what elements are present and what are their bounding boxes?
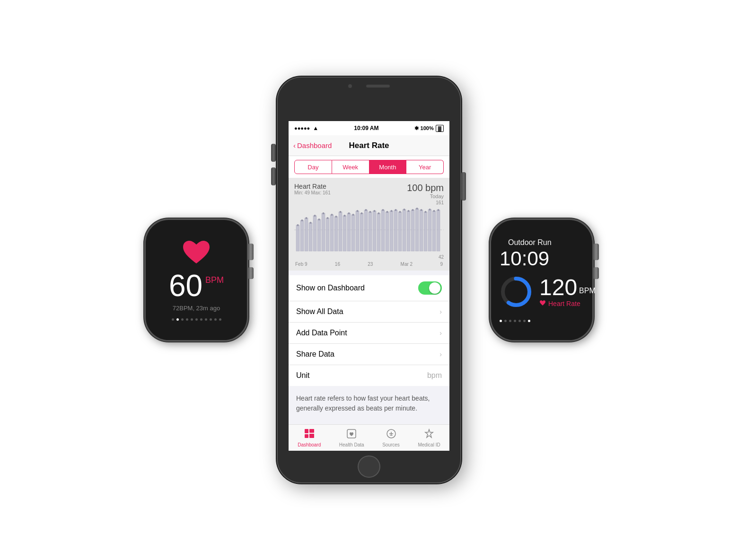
svg-rect-4 [309,223,312,251]
chart-title: Heart Rate [294,183,331,190]
svg-rect-5 [313,216,316,251]
watch-right: Outdoor Run 10:09 120 BPM [490,219,594,341]
chevron-left-icon: ‹ [293,141,296,149]
sources-icon [386,429,396,441]
dot [214,318,217,321]
tab-dashboard-label: Dashboard [298,442,321,447]
chevron-right-icon: › [439,329,442,337]
svg-rect-69 [305,434,308,438]
svg-rect-21 [381,210,385,251]
dashboard-icon [304,429,315,441]
iphone-top [278,78,460,88]
svg-point-68 [438,209,439,211]
svg-point-45 [340,211,342,213]
tab-dashboard[interactable]: Dashboard [298,429,321,447]
battery-icon: ▓ [436,125,444,132]
back-button[interactable]: ‹ Dashboard [293,141,332,149]
svg-point-44 [335,216,337,218]
svg-point-52 [369,211,371,213]
show-on-dashboard-row[interactable]: Show on Dashboard [289,275,449,301]
show-all-data-label: Show All Data [296,307,343,316]
svg-point-36 [301,219,303,221]
svg-rect-26 [403,210,406,251]
bpm-sub: 72BPM, 23m ago [173,305,220,312]
chart-value-block: 100 bpm Today [407,183,444,199]
svg-point-42 [327,217,329,219]
bpm-display: 60 BPM [169,271,224,301]
dot [219,318,221,321]
watch-bpm-row: 120 BPM [539,276,596,299]
segment-day[interactable]: Day [294,160,332,174]
list-section: Show on Dashboard Show All Data › Add Da… [289,275,449,386]
tab-health-data[interactable]: Health Data [339,429,364,447]
svg-rect-30 [420,210,423,251]
bpm-label: BPM [205,271,224,285]
add-data-point-label: Add Data Point [296,329,347,337]
activity-ring [500,275,533,308]
segment-week[interactable]: Week [332,160,369,174]
x-label-2: 16 [335,262,340,267]
chart-max-label: 161 [294,200,444,205]
chart-title-block: Heart Rate Min: 49 Max: 161 [294,183,331,195]
medical-id-icon [424,429,434,441]
speaker [366,85,390,88]
chart-area: Heart Rate Min: 49 Max: 161 100 bpm Toda… [289,178,449,271]
x-label-3: 23 [368,262,373,267]
back-label: Dashboard [297,141,332,149]
svg-rect-25 [398,212,402,251]
svg-rect-22 [386,212,389,251]
unit-row: Unit bpm [289,365,449,386]
svg-point-57 [391,210,393,212]
iphone: ●●●●● ▲ 10:09 AM ✱ 100% ▓ ‹ Dashboard He… [277,77,461,483]
svg-rect-11 [339,212,342,251]
wifi-icon: ▲ [313,125,318,131]
dot [186,318,188,321]
svg-rect-24 [394,210,397,251]
show-on-dashboard-toggle[interactable] [418,281,442,295]
description: Heart rate refers to how fast your heart… [289,386,449,421]
tab-medical-id[interactable]: Medical ID [418,429,440,447]
share-data-label: Share Data [296,350,334,359]
svg-point-63 [416,208,418,210]
svg-point-43 [331,214,333,216]
scene: 60 BPM 72BPM, 23m ago [144,77,594,483]
svg-point-37 [306,217,308,219]
heart-rate-label: Heart Rate [548,300,580,307]
share-data-row[interactable]: Share Data › [289,344,449,365]
tab-health-data-label: Health Data [339,442,364,447]
segment-month[interactable]: Month [369,160,407,174]
dots-indicator [172,318,221,321]
svg-rect-32 [428,210,431,251]
svg-point-46 [344,215,346,217]
tab-bar: Dashboard Health Data [289,424,449,451]
watch-bpm-unit: BPM [579,287,596,299]
home-button[interactable] [358,455,380,478]
svg-rect-34 [437,210,440,251]
add-data-point-row[interactable]: Add Data Point › [289,323,449,344]
segment-year[interactable]: Year [406,160,444,174]
watch-bpm-number: 120 [539,276,577,299]
svg-point-55 [382,209,384,211]
svg-point-66 [429,209,431,210]
tab-sources[interactable]: Sources [382,429,400,447]
show-all-data-row[interactable]: Show All Data › [289,301,449,323]
dot [523,320,526,322]
svg-rect-13 [347,213,351,251]
tab-sources-label: Sources [382,442,400,447]
dot [181,318,184,321]
dot [504,320,507,322]
svg-point-58 [395,209,397,211]
heart-small-icon [539,300,546,306]
camera-icon [348,84,352,88]
dot [210,318,212,321]
svg-rect-71 [309,429,314,433]
dot [172,318,174,321]
svg-point-38 [310,222,312,224]
unit-value: bpm [427,371,442,380]
svg-rect-31 [424,212,427,251]
chevron-right-icon: › [439,308,442,315]
svg-rect-9 [330,215,334,251]
x-label-4: Mar 2 [401,262,413,267]
svg-point-61 [408,210,410,212]
svg-point-56 [387,211,388,213]
